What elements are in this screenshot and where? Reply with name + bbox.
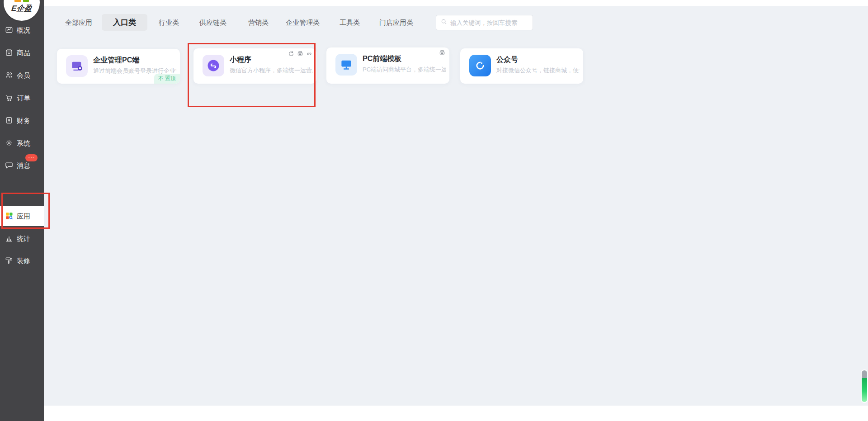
sidebar-item-label: 会员 (17, 71, 30, 80)
pc-admin-icon (66, 55, 88, 77)
link-icon[interactable] (306, 51, 312, 59)
tab-industry[interactable]: 行业类 (159, 19, 179, 27)
card-action-icons (439, 50, 445, 58)
sidebar-item-label: 统计 (17, 235, 30, 243)
tab-entry-active[interactable]: 入口类 (102, 14, 147, 31)
card-desc: PC端访问商城平台，多端统一运... (363, 66, 446, 74)
logo-orange-block (14, 0, 21, 2)
paint-roller-icon (5, 256, 13, 266)
mini-program-icon (203, 55, 224, 76)
sidebar-item-stats[interactable]: 统计 (5, 233, 30, 244)
app-card-pc-template[interactable]: PC前端模板 PC端访问商城平台，多端统一运... (326, 47, 449, 84)
overview-chart-icon (5, 26, 13, 35)
tab-enterprise-mgmt[interactable]: 企业管理类 (286, 19, 320, 27)
card-title: 小程序 (230, 55, 251, 65)
sidebar-item-label: 财务 (17, 117, 30, 125)
card-title: 公众号 (496, 55, 518, 65)
bar-chart-icon (5, 234, 13, 244)
sidebar-item-decorate[interactable]: 装修 (5, 255, 30, 266)
sidebar-item-label: 订单 (17, 94, 30, 103)
finance-yuan-icon (5, 116, 13, 126)
bottom-white-strip (44, 406, 868, 421)
members-icon (5, 71, 13, 80)
tab-tools[interactable]: 工具类 (340, 19, 360, 27)
scrollbar-green-segment (862, 378, 867, 402)
tab-all-apps[interactable]: 全部应用 (65, 19, 92, 27)
pc-template-icon (335, 54, 357, 76)
sidebar-item-label: 装修 (17, 257, 30, 265)
tab-marketing[interactable]: 营销类 (248, 19, 269, 27)
shop-bag-icon (5, 48, 13, 58)
sidebar-active-highlight: 应用 (0, 206, 44, 226)
pin-status-badge: 不 置顶 (154, 74, 180, 84)
search-box (436, 15, 533, 30)
logo-text: E企盈 (4, 3, 40, 14)
device-icon[interactable] (439, 50, 445, 58)
chat-bubble-icon (5, 161, 13, 170)
sync-icon[interactable] (288, 51, 294, 59)
logo-green-block (23, 0, 29, 2)
sidebar-item-finance[interactable]: 财务 (5, 115, 30, 126)
sidebar-item-label: 系统 (17, 139, 30, 148)
sidebar-item-goods[interactable]: 商品 (5, 47, 30, 58)
app-window: E企盈 概况 商品 会员 订单 财务 系统 消息 (0, 0, 868, 421)
cart-icon (5, 94, 13, 103)
sidebar: E企盈 概况 商品 会员 订单 财务 系统 消息 (0, 0, 44, 421)
sidebar-item-label: 概况 (17, 26, 30, 35)
top-white-strip (44, 0, 868, 6)
search-icon (441, 19, 447, 27)
sidebar-item-apps[interactable]: 应用 (5, 211, 30, 222)
sidebar-item-members[interactable]: 会员 (5, 70, 30, 81)
sidebar-item-label: 商品 (17, 49, 30, 57)
message-count-badge: ··· (25, 154, 38, 161)
app-card-mini-program[interactable]: 小程序 微信官方小程序，多端统一运营。 (193, 48, 316, 84)
device-icon[interactable] (297, 51, 303, 59)
logo[interactable]: E企盈 (4, 0, 40, 21)
vertical-scrollbar-thumb[interactable] (862, 370, 867, 402)
card-title: 企业管理PC端 (93, 56, 139, 65)
sidebar-item-label: 应用 (17, 212, 30, 221)
official-account-icon (469, 55, 491, 76)
search-input[interactable] (450, 19, 528, 26)
tab-store-apps[interactable]: 门店应用类 (379, 19, 413, 27)
app-card-official-account[interactable]: 公众号 对接微信公众号，链接商城，便于... (460, 48, 583, 84)
card-desc: 对接微信公众号，链接商城，便于... (496, 66, 580, 75)
app-card-pc-admin[interactable]: 企业管理PC端 通过前端会员账号登录进行企业管理 不 置顶 (57, 49, 180, 84)
card-title: PC前端模板 (363, 54, 401, 64)
card-action-icons (288, 51, 312, 59)
sidebar-item-orders[interactable]: 订单 (5, 93, 30, 104)
card-desc: 微信官方小程序，多端统一运营。 (230, 66, 313, 75)
sidebar-item-message[interactable]: 消息 (5, 160, 30, 171)
apps-grid-icon (5, 212, 13, 221)
scrollbar-gray-segment (862, 370, 867, 378)
sidebar-item-label: 消息 (17, 161, 30, 170)
sidebar-item-overview[interactable]: 概况 (5, 25, 30, 36)
gear-icon (5, 139, 13, 148)
sidebar-item-system[interactable]: 系统 (5, 138, 30, 149)
tab-supply-chain[interactable]: 供应链类 (199, 19, 226, 27)
